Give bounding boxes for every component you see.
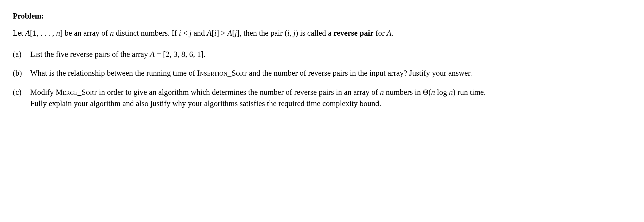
math-var: j [189, 29, 192, 37]
text: . [391, 29, 393, 37]
text: for [373, 29, 386, 37]
part-label: (b) [13, 68, 30, 79]
math-var: A [25, 29, 30, 37]
text: log [435, 88, 449, 97]
math-var: n [431, 88, 435, 97]
math-var: n [449, 88, 453, 97]
math-var: i [287, 29, 289, 37]
problem-heading: Problem: [13, 10, 631, 22]
text: [ [232, 29, 235, 37]
part-a: (a) List the five reverse pairs of the a… [13, 49, 631, 60]
text: = [2, 3, 8, 6, 1]. [155, 50, 206, 59]
text: ], then the pair ( [237, 29, 287, 37]
text: What is the relationship between the run… [30, 69, 197, 77]
text: Modify [30, 88, 56, 97]
problem-intro: Let A[1, . . . , n] be an array of n dis… [13, 28, 631, 39]
part-body: List the five reverse pairs of the array… [30, 49, 631, 60]
algorithm-name: Insertion_Sort [197, 69, 247, 77]
part-b: (b) What is the relationship between the… [13, 68, 631, 79]
text: [ [212, 29, 214, 37]
text: Fully explain your algorithm and also ju… [30, 99, 381, 108]
text: and [192, 29, 207, 37]
math-var: n [56, 29, 60, 37]
math-var: i [179, 29, 181, 37]
text: ] be an array of [60, 29, 110, 37]
text: [1, . . . , [30, 29, 56, 37]
math-var: j [235, 29, 237, 37]
text: , [289, 29, 294, 37]
part-body: Modify Merge_Sort in order to give an al… [30, 87, 631, 109]
text: numbers in Θ( [384, 88, 431, 97]
text: List the five reverse pairs of the array [30, 50, 150, 59]
term-reverse-pair: reverse pair [333, 29, 373, 37]
part-body: What is the relationship between the run… [30, 68, 631, 79]
math-var: A [150, 50, 155, 59]
math-var: A [207, 29, 212, 37]
math-var: n [380, 88, 384, 97]
part-c: (c) Modify Merge_Sort in order to give a… [13, 87, 631, 109]
math-var: A [227, 29, 232, 37]
text: ] > [216, 29, 227, 37]
algorithm-name: Merge_Sort [56, 88, 97, 97]
text: < [181, 29, 190, 37]
part-label: (c) [13, 87, 30, 98]
text: Let [13, 29, 25, 37]
text: distinct numbers. If [114, 29, 179, 37]
text: ) run time. [453, 88, 486, 97]
text: in order to give an algorithm which dete… [97, 88, 380, 97]
math-var: n [110, 29, 114, 37]
math-var: A [386, 29, 391, 37]
part-label: (a) [13, 49, 30, 60]
math-var: j [293, 29, 296, 37]
text: ) is called a [296, 29, 333, 37]
text: and the number of reverse pairs in the i… [247, 69, 472, 77]
